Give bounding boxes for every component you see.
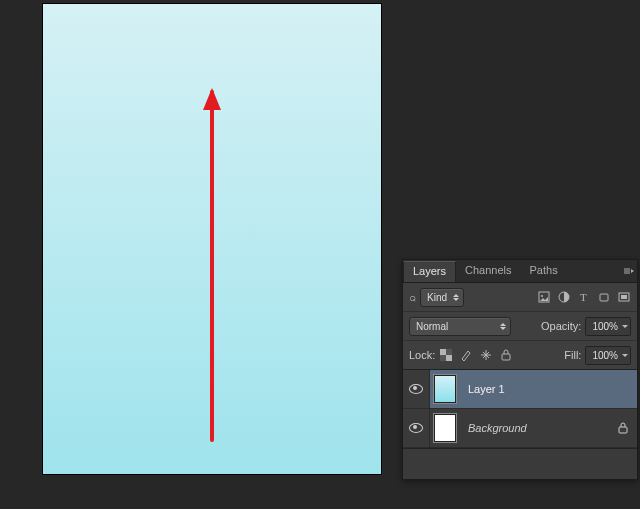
- svg-rect-7: [440, 349, 446, 355]
- layer-row[interactable]: Layer 1: [403, 370, 637, 409]
- svg-rect-9: [446, 349, 452, 355]
- eye-icon: [409, 423, 423, 433]
- svg-rect-6: [621, 295, 627, 299]
- filter-pixel-icon[interactable]: [537, 290, 551, 304]
- opacity-value: 100%: [592, 321, 618, 332]
- fill-label: Fill:: [564, 349, 581, 361]
- opacity-input[interactable]: 100%: [585, 317, 631, 336]
- svg-point-1: [541, 295, 543, 297]
- layer-thumbnail[interactable]: [430, 374, 460, 404]
- tab-layers[interactable]: Layers: [403, 261, 456, 282]
- panel-menu-icon[interactable]: [621, 260, 637, 282]
- red-arrow-annotation: [202, 90, 222, 442]
- svg-rect-8: [446, 355, 452, 361]
- layer-row[interactable]: Background: [403, 409, 637, 448]
- panel-footer: [403, 448, 637, 479]
- svg-text:T: T: [580, 291, 587, 303]
- blend-mode-value: Normal: [416, 321, 448, 332]
- eye-icon: [409, 384, 423, 394]
- svg-rect-11: [502, 354, 510, 360]
- lock-label: Lock:: [409, 349, 435, 361]
- layer-thumbnail[interactable]: [430, 413, 460, 443]
- svg-rect-4: [600, 294, 608, 301]
- filter-adjustment-icon[interactable]: [557, 290, 571, 304]
- layer-name-label: Background: [460, 422, 615, 434]
- svg-rect-12: [619, 427, 627, 433]
- lock-pixels-icon[interactable]: [459, 348, 473, 362]
- filter-type-icon[interactable]: T: [577, 290, 591, 304]
- lock-transparency-icon[interactable]: [439, 348, 453, 362]
- blend-mode-select[interactable]: Normal: [409, 317, 511, 336]
- svg-rect-10: [440, 355, 446, 361]
- panel-tabs: Layers Channels Paths: [403, 260, 637, 283]
- lock-position-icon[interactable]: [479, 348, 493, 362]
- layer-lock-icon: [615, 422, 631, 434]
- search-icon: ⌕: [409, 291, 416, 303]
- filter-shape-icon[interactable]: [597, 290, 611, 304]
- filter-kind-label: Kind: [427, 292, 447, 303]
- filter-kind-select[interactable]: Kind: [420, 288, 464, 307]
- document-canvas[interactable]: [43, 4, 381, 474]
- tab-channels[interactable]: Channels: [456, 260, 520, 282]
- fill-input[interactable]: 100%: [585, 346, 631, 365]
- layer-name-label: Layer 1: [460, 383, 631, 395]
- layers-panel: Layers Channels Paths ⌕ Kind T: [402, 259, 638, 480]
- visibility-toggle[interactable]: [403, 370, 430, 408]
- layer-list: Layer 1 Background: [403, 370, 637, 448]
- lock-all-icon[interactable]: [499, 348, 513, 362]
- opacity-label: Opacity:: [541, 320, 581, 332]
- lock-fill-row: Lock: Fill: 100%: [403, 341, 637, 370]
- filter-smart-icon[interactable]: [617, 290, 631, 304]
- fill-value: 100%: [592, 350, 618, 361]
- layer-filter-row: ⌕ Kind T: [403, 283, 637, 312]
- tab-paths[interactable]: Paths: [521, 260, 567, 282]
- blend-opacity-row: Normal Opacity: 100%: [403, 312, 637, 341]
- visibility-toggle[interactable]: [403, 409, 430, 447]
